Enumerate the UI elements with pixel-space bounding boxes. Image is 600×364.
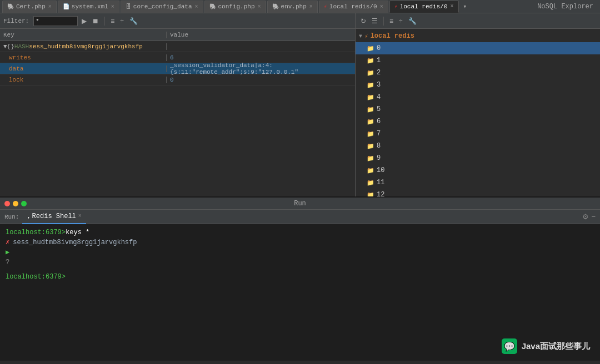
terminal-result-text: sess_hudtmb8ivmg8rgg1jarvgkhsfp [13,237,137,247]
refresh-btn[interactable]: ↻ [359,17,368,26]
redis-root-icon: ⚡ [364,33,368,40]
db-folder-icon-3: 📁 [367,82,374,89]
run-tabs-bar: Run: , Redis Shell × ⚙ − [0,210,600,224]
db-folder-icon-9: 📁 [367,155,374,162]
stop-button[interactable]: ⏹ [91,17,101,26]
run-minus-btn[interactable]: − [591,213,596,221]
writes-key-cell: writes [0,54,167,61]
tab-close-env[interactable]: × [309,4,313,10]
tab-close-config[interactable]: × [258,4,261,10]
php-icon: 🐘 [7,3,14,10]
right-align-btn-2[interactable]: ÷ [397,17,404,26]
writes-label: writes [9,54,31,61]
left-panel: Filter: ▶ ⏹ ≡ ÷ 🔧 Key Value ▼ {} HASH se… [0,13,356,196]
settings-btn[interactable]: 🔧 [128,17,139,26]
tab-close-redis2[interactable]: × [451,3,454,9]
tab-close-core[interactable]: × [194,4,198,10]
php-icon-2: 🐘 [209,3,216,10]
play-button[interactable]: ▶ [80,17,88,26]
tree-db-9[interactable]: 📁9 [356,152,600,164]
table-row[interactable]: lock 0 [0,74,355,85]
db-folder-icon-8: 📁 [367,143,374,150]
filter-label: Filter: [3,18,29,24]
tree-db-3[interactable]: 📁3 [356,79,600,91]
question-icon: ? [6,257,9,267]
tab-close-system[interactable]: × [111,4,114,10]
db-icon: 🗄 [126,3,131,10]
db-label-7: 7 [377,130,381,138]
x-icon: ✗ [6,237,9,247]
nosql-explorer-label: NoSQL Explorer [537,3,598,11]
redis-shell-label: Redis Shell [32,213,76,220]
db-folder-icon-11: 📁 [367,179,374,186]
tab-env-php[interactable]: 🐘 env.php × [267,1,318,13]
tab-local-redis-2[interactable]: ⚡ local redis/0 × [389,1,459,13]
data-value-cell: _session_validator_data|a:4:{s:11:"remot… [167,62,355,75]
table-row[interactable]: ▼ {} HASH sess_hudtmb8ivmg8rgg1jarvgkhsf… [0,41,355,52]
tree-db-11[interactable]: 📁11 [356,176,600,189]
db-label-3: 3 [377,81,381,89]
table-row[interactable]: data _session_validator_data|a:4:{s:11:"… [0,63,355,74]
maximize-dot[interactable] [21,201,27,206]
tree-root-item[interactable]: ▼ ⚡ local redis [356,30,600,42]
tab-config-php[interactable]: 🐘 config.php × [204,1,266,13]
tree-db-7[interactable]: 📁7 [356,128,600,140]
tree-db-4[interactable]: 📁4 [356,91,600,103]
wechat-icon: 💬 [502,338,517,354]
db-label-9: 9 [377,154,381,162]
main-area: Filter: ▶ ⏹ ≡ ÷ 🔧 Key Value ▼ {} HASH se… [0,13,600,196]
tab-system-xml[interactable]: 📄 system.xml × [58,1,119,13]
run-gear-btn[interactable]: ⚙ [582,213,589,221]
data-key-cell: data [0,65,167,72]
tree-db-6[interactable]: 📁6 [356,115,600,128]
tab-local-redis-1[interactable]: ⚡ local redis/0 × [319,1,388,13]
redis-icon-1: ⚡ [324,3,327,10]
tree-db-5[interactable]: 📁5 [356,103,600,115]
db-label-5: 5 [377,105,381,113]
filter-input[interactable] [33,16,78,26]
tab-core-config[interactable]: 🗄 core_config_data × [121,1,203,13]
tab-comma: , [27,213,31,220]
minimize-dot[interactable] [13,201,18,206]
expand-chevron: ▼ [359,33,362,39]
right-align-btn-1[interactable]: ≡ [388,17,395,26]
tab-close-redis1[interactable]: × [380,4,383,10]
tree-db-0[interactable]: 📁 0 [356,42,600,54]
redis-shell-tab-close[interactable]: × [78,213,82,219]
tree-db-8[interactable]: 📁8 [356,140,600,152]
tab-close-cert[interactable]: × [48,4,52,10]
tab-cert-php[interactable]: 🐘 Cert.php × [2,1,57,13]
menu-btn[interactable]: ☰ [370,17,379,26]
terminal-line-2: ✗ sess_hudtmb8ivmg8rgg1jarvgkhsfp [6,237,594,247]
wechat-symbol: 💬 [504,341,515,352]
data-value: _session_validator_data|a:4:{s:11:"remot… [170,62,298,75]
xml-icon: 📄 [63,3,69,10]
align-btn-1[interactable]: ≡ [109,17,116,26]
tree-db-10[interactable]: 📁10 [356,164,600,176]
tab-more-btn[interactable]: ▾ [461,3,469,10]
terminal-prompt-1: localhost:6379> [6,228,66,237]
db-label-0: 0 [377,44,381,52]
terminal-line-1: localhost:6379> keys * [6,228,594,237]
collapse-icon: ▼ [3,43,7,50]
run-label: Run: [4,214,19,220]
right-toolbar: ↻ ☰ ≡ ÷ 🔧 [356,13,600,29]
hash-type-label: HASH [14,43,29,50]
db-label-11: 11 [377,179,384,186]
db-label-8: 8 [377,142,381,150]
run-title-bar: Run [0,198,600,210]
key-column-header: Key [0,32,167,38]
align-btn-2[interactable]: ÷ [118,17,126,26]
right-sep [383,17,384,26]
close-dot[interactable] [4,201,10,206]
tree-db-2[interactable]: 📁2 [356,67,600,79]
right-settings-btn[interactable]: 🔧 [407,17,418,26]
tree-container: ▼ ⚡ local redis 📁 0 📁1 📁2 📁3 📁4 📁5 📁6 📁7… [356,29,600,196]
redis-shell-tab[interactable]: , Redis Shell × [22,210,86,224]
tree-db-12[interactable]: 📁12 [356,189,600,196]
toolbar-separator [104,17,105,26]
terminal-line-5: localhost:6379> [6,272,594,282]
db-folder-icon-6: 📁 [367,118,374,125]
tree-db-1[interactable]: 📁1 [356,54,600,67]
redis-root-label: local redis [371,32,414,40]
